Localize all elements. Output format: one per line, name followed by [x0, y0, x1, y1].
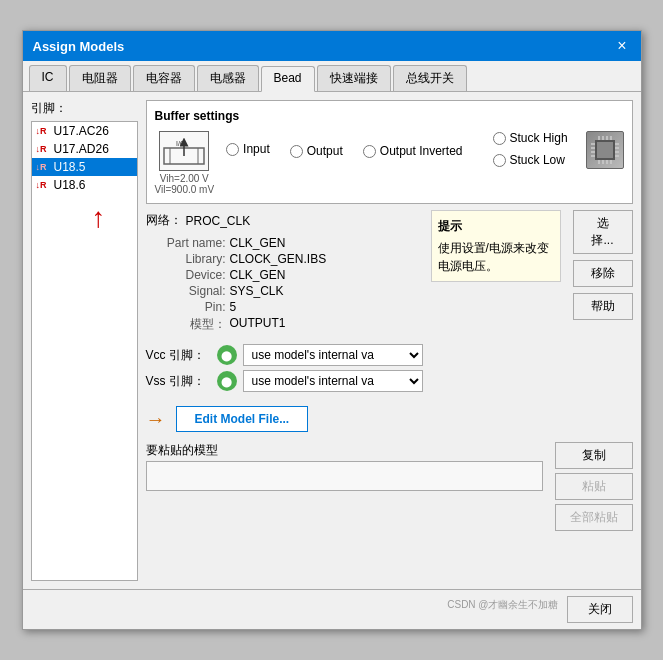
buffer-inner: I/O — [155, 131, 624, 195]
vss-select[interactable]: use model's internal va — [243, 370, 423, 392]
hint-box: 提示 使用设置/电源来改变电源电压。 — [431, 210, 561, 282]
pin-list-label: 引脚： — [31, 100, 138, 117]
edit-model-button[interactable]: Edit Model File... — [176, 406, 309, 432]
pin-item-u17ad26[interactable]: ↓R U17.AD26 — [32, 140, 137, 158]
radio-col-left: Input Output Output Inverted — [226, 131, 462, 167]
info-col: 网络： PROC_CLK Part name: CLK_GEN Library:… — [146, 210, 423, 396]
bottom-bar: CSDN @才幽余生不加糖 关闭 — [23, 589, 641, 629]
buffer-title: Buffer settings — [155, 109, 624, 123]
pin-icon-0: ↓R — [36, 126, 50, 136]
network-value: PROC_CLK — [186, 214, 251, 228]
dialog-title: Assign Models — [33, 39, 125, 54]
paste-buttons: 复制 粘贴 全部粘贴 — [555, 442, 633, 531]
network-row: 网络： PROC_CLK — [146, 212, 423, 229]
part-name-value: CLK_GEN — [230, 236, 286, 250]
part-info: Part name: CLK_GEN Library: CLOCK_GEN.IB… — [146, 231, 423, 338]
tab-quickconnect[interactable]: 快速端接 — [317, 65, 391, 91]
close-dialog-button[interactable]: 关闭 — [567, 596, 633, 623]
pin-item-u185[interactable]: ↓R U18.5 — [32, 158, 137, 176]
power-pins: Vcc 引脚： ⬤ use model's internal va Vss 引脚… — [146, 344, 423, 392]
pin-label-0: U17.AC26 — [54, 124, 109, 138]
chip-icon — [586, 131, 624, 169]
radio-col-right: Stuck High Stuck Low — [493, 131, 568, 167]
pin-label-3: U18.6 — [54, 178, 86, 192]
info-and-buttons: 网络： PROC_CLK Part name: CLK_GEN Library:… — [146, 210, 633, 396]
device-label: Device: — [146, 268, 226, 282]
right-panel: Buffer settings I/O — [146, 100, 633, 581]
radio-stuck-low[interactable]: Stuck Low — [493, 153, 568, 167]
vcc-select[interactable]: use model's internal va — [243, 344, 423, 366]
buffer-settings: Buffer settings I/O — [146, 100, 633, 204]
arrow-up-icon: ↑ — [92, 202, 106, 234]
radio-output[interactable]: Output — [290, 135, 343, 167]
copy-button[interactable]: 复制 — [555, 442, 633, 469]
tab-inductor[interactable]: 电感器 — [197, 65, 259, 91]
pin-value: 5 — [230, 300, 237, 314]
signal-value: SYS_CLK — [230, 284, 284, 298]
radio-group: Input Output Output Inverted — [226, 131, 573, 167]
tab-bar: IC 电阻器 电容器 电感器 Bead 快速端接 总线开关 — [23, 61, 641, 92]
pin-item-u186[interactable]: ↓R U18.6 — [32, 176, 137, 194]
svg-rect-6 — [597, 142, 613, 158]
vss-row: Vss 引脚： ⬤ use model's internal va — [146, 370, 423, 392]
model-value: OUTPUT1 — [230, 316, 286, 333]
buffer-io-icon: I/O — [159, 131, 209, 171]
network-label: 网络： — [146, 212, 182, 229]
action-buttons: 选择... 移除 帮助 — [573, 210, 633, 320]
tab-busswitch[interactable]: 总线开关 — [393, 65, 467, 91]
pin-icon-2: ↓R — [36, 162, 50, 172]
vss-icon: ⬤ — [217, 371, 237, 391]
tab-capacitor[interactable]: 电容器 — [133, 65, 195, 91]
title-bar: Assign Models × — [23, 31, 641, 61]
radio-output-inverted[interactable]: Output Inverted — [363, 135, 463, 167]
pin-label: Pin: — [146, 300, 226, 314]
vil-text: Vil=900.0 mV — [155, 184, 215, 195]
paste-button[interactable]: 粘贴 — [555, 473, 633, 500]
paste-label: 要粘贴的模型 — [146, 442, 543, 459]
tab-resistor[interactable]: 电阻器 — [69, 65, 131, 91]
radio-input[interactable]: Input — [226, 131, 270, 167]
device-value: CLK_GEN — [230, 268, 286, 282]
library-value: CLOCK_GEN.IBS — [230, 252, 327, 266]
paste-label-area: 要粘贴的模型 — [146, 442, 543, 491]
pin-list: ↓R U17.AC26 ↓R U17.AD26 ↓R U18.5 ↓R U18.… — [31, 121, 138, 581]
radio-stuck-high[interactable]: Stuck High — [493, 131, 568, 145]
vcc-icon: ⬤ — [217, 345, 237, 365]
vcc-row: Vcc 引脚： ⬤ use model's internal va — [146, 344, 423, 366]
pin-icon-3: ↓R — [36, 180, 50, 190]
paste-all-button[interactable]: 全部粘贴 — [555, 504, 633, 531]
arrow-right-icon: → — [146, 408, 166, 431]
paste-model-content — [146, 461, 543, 491]
pin-item-u17ac26[interactable]: ↓R U17.AC26 — [32, 122, 137, 140]
vcc-label: Vcc 引脚： — [146, 347, 211, 364]
tab-ic[interactable]: IC — [29, 65, 67, 91]
tab-bead[interactable]: Bead — [261, 66, 315, 92]
vss-label: Vss 引脚： — [146, 373, 211, 390]
signal-label: Signal: — [146, 284, 226, 298]
pin-label-2: U18.5 — [54, 160, 86, 174]
select-button[interactable]: 选择... — [573, 210, 633, 254]
watermark: CSDN @才幽余生不加糖 — [439, 596, 566, 623]
left-panel: 引脚： ↓R U17.AC26 ↓R U17.AD26 ↓R U18.5 ↓R … — [31, 100, 138, 581]
assign-models-dialog: Assign Models × IC 电阻器 电容器 电感器 Bead 快速端接… — [22, 30, 642, 630]
part-name-label: Part name: — [146, 236, 226, 250]
edit-model-row: → Edit Model File... — [146, 406, 633, 432]
paste-area: 要粘贴的模型 复制 粘贴 全部粘贴 — [146, 442, 633, 531]
pin-label-1: U17.AD26 — [54, 142, 109, 156]
remove-button[interactable]: 移除 — [573, 260, 633, 287]
main-content: 引脚： ↓R U17.AC26 ↓R U17.AD26 ↓R U18.5 ↓R … — [23, 92, 641, 589]
model-label: 模型： — [146, 316, 226, 333]
library-label: Library: — [146, 252, 226, 266]
vih-text: Vih=2.00 V — [160, 173, 209, 184]
help-button[interactable]: 帮助 — [573, 293, 633, 320]
hint-title: 提示 — [438, 217, 554, 235]
hint-text: 使用设置/电源来改变电源电压。 — [438, 239, 554, 275]
pin-icon-1: ↓R — [36, 144, 50, 154]
close-icon[interactable]: × — [613, 37, 630, 55]
